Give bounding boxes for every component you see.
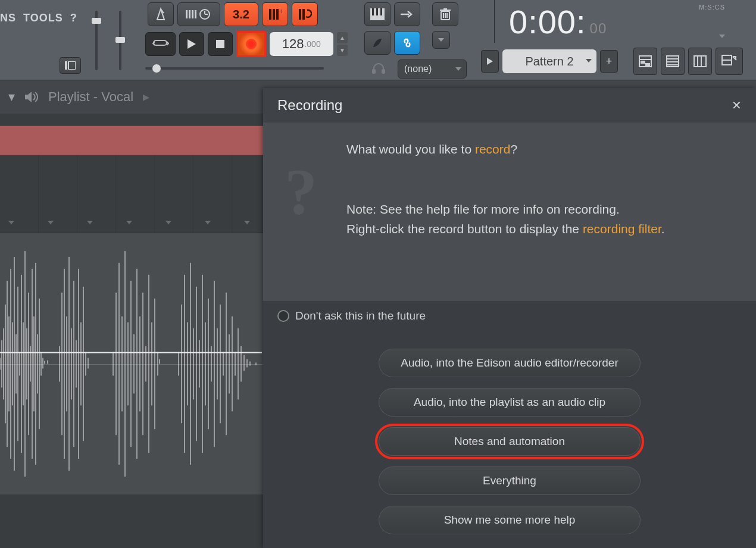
svg-rect-19 (372, 8, 374, 15)
record-icon (246, 39, 257, 49)
piano-roll-icon[interactable] (364, 2, 391, 26)
svg-marker-29 (438, 38, 444, 42)
option-everything[interactable]: Everything (379, 466, 641, 495)
dont-ask-label: Don't ask this in the future (295, 309, 426, 322)
piano-roll-panel-icon[interactable] (661, 48, 685, 75)
waveform-icon (0, 233, 262, 494)
top-toolbar: NS TOOLS ? 3.2 + 128.000 ▲▼ (none) 0:00:… (0, 0, 756, 80)
chevron-down-icon (586, 59, 592, 62)
record-button[interactable] (236, 31, 266, 57)
wait-for-input-icon[interactable] (177, 2, 220, 26)
close-icon[interactable]: ✕ (732, 98, 742, 112)
playlist-panel-icon[interactable] (633, 48, 657, 75)
svg-rect-17 (216, 40, 224, 48)
pitch-fader[interactable] (114, 5, 126, 76)
menu-tools[interactable]: TOOLS (23, 12, 63, 24)
link-icon[interactable] (394, 31, 420, 55)
svg-rect-41 (694, 56, 706, 67)
svg-rect-36 (646, 64, 649, 65)
recording-dialog: Recording ✕ ? What would you like to rec… (263, 88, 756, 548)
dialog-note1: Note: See the help file for more info on… (346, 199, 737, 220)
browser-toggle-icon[interactable] (60, 57, 81, 74)
speaker-icon[interactable] (24, 91, 39, 103)
svg-text:+: + (280, 8, 282, 15)
chevron-down-icon[interactable] (719, 35, 725, 38)
time-panel: 0:00:00 M:S:CS (494, 0, 743, 43)
time-mode-label: M:S:CS (699, 4, 725, 11)
option-audio-playlist[interactable]: Audio, into the playlist as an audio cli… (379, 388, 641, 417)
svg-rect-3 (186, 10, 188, 18)
svg-rect-6 (195, 10, 196, 18)
dialog-body: ? What would you like to record? Note: S… (263, 123, 756, 301)
svg-rect-10 (269, 9, 271, 20)
svg-rect-35 (641, 61, 645, 63)
svg-rect-20 (376, 8, 378, 15)
play-button[interactable] (179, 32, 204, 56)
time-signature-button[interactable]: 3.2 (224, 2, 258, 26)
menu-help[interactable]: ? (70, 12, 77, 24)
dialog-title: Recording (277, 97, 342, 114)
chevron-down-icon (455, 67, 461, 71)
svg-rect-12 (276, 9, 279, 20)
mixer-panel-icon[interactable] (716, 48, 743, 75)
stop-button[interactable] (208, 32, 233, 56)
option-audio-edison[interactable]: Audio, into the Edison audio editor/reco… (379, 349, 641, 377)
svg-rect-4 (189, 10, 190, 18)
song-position-slider[interactable] (145, 64, 324, 73)
svg-rect-14 (299, 9, 301, 20)
dropdown-icon[interactable] (432, 31, 450, 49)
pattern-play-button[interactable] (481, 50, 499, 73)
svg-rect-30 (373, 70, 375, 73)
metronome-icon[interactable] (148, 2, 174, 26)
dialog-options: Audio, into the Edison audio editor/reco… (263, 331, 756, 546)
svg-rect-31 (382, 70, 385, 73)
dialog-note2: Right-click the record button to display… (346, 219, 737, 239)
svg-rect-1 (68, 61, 76, 70)
tempo-display[interactable]: 128.000 (270, 32, 333, 56)
menu-options[interactable]: NS (0, 12, 16, 24)
headphones-icon[interactable] (369, 60, 388, 76)
svg-rect-21 (380, 8, 382, 15)
radio-icon[interactable] (277, 310, 289, 322)
playlist-next-icon[interactable]: ▸ (143, 89, 149, 105)
volume-fader[interactable] (90, 5, 102, 76)
option-notes-automation[interactable]: Notes and automation (379, 427, 641, 456)
pattern-selector[interactable]: Pattern 2 (502, 49, 596, 73)
dialog-question: What would you like to record? (346, 139, 737, 159)
svg-rect-5 (192, 10, 193, 18)
channel-rack-panel-icon[interactable] (688, 48, 712, 75)
menu-fragment: NS TOOLS ? (0, 12, 81, 24)
playlist-menu-icon[interactable]: ▾ (8, 89, 15, 105)
trash-icon[interactable] (432, 2, 458, 26)
kick-icon[interactable] (364, 31, 391, 55)
svg-marker-47 (25, 92, 32, 102)
loop-record-icon[interactable] (292, 2, 318, 26)
step-seq-icon[interactable] (394, 2, 420, 26)
pattern-row: Pattern 2 + (481, 46, 743, 76)
midi-input-selector[interactable]: (none) (398, 60, 467, 79)
svg-marker-16 (188, 39, 196, 49)
time-display[interactable]: 0:00:00 (509, 2, 607, 41)
tempo-spinner[interactable]: ▲▼ (337, 32, 348, 56)
add-pattern-button[interactable]: + (600, 50, 618, 73)
pattern-song-toggle[interactable] (145, 32, 176, 56)
countdown-icon[interactable]: + (262, 2, 288, 26)
dont-ask-row[interactable]: Don't ask this in the future (263, 301, 756, 331)
transport-controls: 128.000 ▲▼ (145, 31, 348, 57)
svg-marker-32 (487, 58, 493, 65)
question-mark-icon: ? (285, 139, 317, 244)
svg-rect-11 (273, 9, 275, 20)
dialog-titlebar: Recording ✕ (263, 88, 756, 123)
playlist-title: Playlist - Vocal (48, 89, 133, 105)
option-more-help[interactable]: Show me some more help (379, 506, 641, 534)
svg-rect-0 (65, 61, 67, 70)
svg-rect-15 (302, 9, 305, 20)
